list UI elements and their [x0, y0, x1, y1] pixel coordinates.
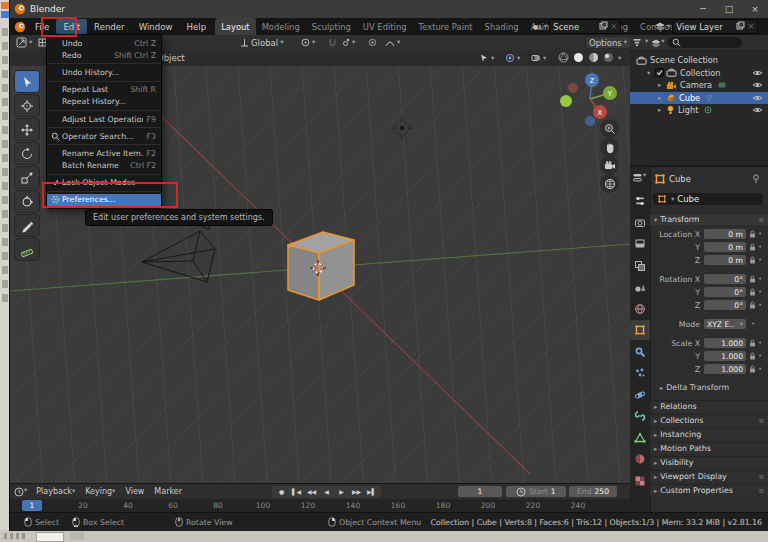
copy-scene-icon[interactable] [599, 21, 608, 32]
properties-tab-world[interactable] [630, 299, 650, 319]
animate-dot-icon[interactable]: • [758, 301, 762, 309]
viewport-camera-view-button[interactable] [600, 156, 619, 175]
panel-drag-handle[interactable]: ≡ [758, 473, 764, 481]
workspace-tab-modeling[interactable]: Modeling [256, 18, 306, 35]
transform-value-field[interactable]: 0° [704, 274, 746, 284]
panel-drag-handle[interactable]: ≡ [758, 216, 764, 224]
close-button[interactable]: × [742, 0, 768, 18]
editor-type-selector[interactable]: ▾ [13, 36, 35, 49]
animate-dot-icon[interactable]: • [758, 365, 762, 373]
record-button[interactable]: ● [274, 488, 289, 495]
transform-value-field[interactable]: XYZ E..▾ [704, 319, 746, 329]
workspace-tab-layout[interactable]: Layout [215, 18, 255, 35]
show-gizmo-dropdown[interactable]: ▾ [476, 52, 497, 65]
transform-value-field[interactable]: 0 m [704, 229, 746, 239]
tool-rotate[interactable] [14, 142, 40, 165]
lock-icon[interactable] [749, 243, 756, 251]
transform-value-field[interactable]: 1.000 [704, 338, 746, 348]
properties-editor-icon[interactable]: ▾ [632, 172, 646, 183]
timeline-editor-icon[interactable]: ▾ [14, 487, 27, 497]
shading-wireframe-icon[interactable] [558, 52, 569, 65]
lock-icon[interactable] [749, 288, 756, 296]
properties-tab-physics[interactable] [630, 385, 650, 405]
expander-icon[interactable]: ▾ [647, 69, 655, 77]
panel-visibility[interactable]: ▸Visibility [650, 456, 768, 468]
menu-help[interactable]: Help [180, 19, 214, 34]
scene-selector[interactable]: ▾Scene× [532, 19, 621, 34]
frame-end-field[interactable]: End250 [569, 486, 617, 497]
timeline-menu-view[interactable]: View [120, 484, 149, 499]
timeline-menu-marker[interactable]: Marker [149, 484, 187, 499]
outliner-row-light[interactable]: ▸Light [630, 104, 768, 116]
animate-dot-icon[interactable]: • [758, 275, 762, 283]
timeline-menu-keying[interactable]: Keying▾ [80, 484, 120, 499]
maximize-button[interactable]: □ [716, 0, 742, 18]
blender-menu-icon[interactable] [14, 21, 26, 33]
expander-icon[interactable]: ▸ [658, 106, 666, 114]
cube-object[interactable] [288, 232, 354, 300]
properties-tab-view-layer[interactable] [630, 256, 650, 276]
animate-dot-icon[interactable]: • [758, 352, 762, 360]
unlink-scene-icon[interactable]: × [610, 21, 617, 32]
properties-tab-texture[interactable] [630, 471, 650, 491]
animate-dot-icon[interactable]: • [758, 256, 762, 264]
current-frame-indicator[interactable]: 1 [22, 500, 42, 511]
visibility-eye-icon[interactable] [752, 94, 763, 102]
viewport-zoom-button[interactable] [600, 119, 619, 138]
edit-menu-item-undo[interactable]: UndoCtrl Z [47, 37, 161, 49]
shading-solid-icon[interactable] [573, 52, 584, 65]
workspace-tab-shading[interactable]: Shading [479, 18, 525, 35]
tool-transform[interactable] [14, 190, 40, 213]
panel-relations[interactable]: ▸Relations [650, 400, 768, 412]
outliner-row-scene-collection[interactable]: Scene Collection [630, 54, 768, 66]
tool-select-box[interactable] [14, 70, 40, 93]
play-reverse-button[interactable]: ◀ [319, 488, 334, 495]
properties-tab-object[interactable] [630, 320, 650, 340]
shading-rendered-icon[interactable] [603, 52, 614, 65]
panel-collections[interactable]: ▸Collections≡ [650, 414, 768, 426]
expander-icon[interactable]: ▸ [658, 94, 666, 102]
tool-annotate[interactable] [14, 214, 40, 237]
workspace-tab-texture-paint[interactable]: Texture Paint [413, 18, 479, 35]
workspace-tab-uv-editing[interactable]: UV Editing [357, 18, 413, 35]
menu-render[interactable]: Render [87, 19, 132, 34]
play-button[interactable]: ▶ [334, 488, 349, 495]
properties-tab-constraints[interactable] [630, 406, 650, 426]
menu-file[interactable]: File [28, 19, 56, 34]
animate-dot-icon[interactable]: • [758, 243, 762, 251]
camera-object[interactable] [142, 221, 215, 282]
minimize-button[interactable]: ─ [690, 0, 716, 18]
view-layer-selector[interactable]: ▾View Layer× [655, 19, 758, 34]
panel-drag-handle[interactable]: ≡ [758, 417, 764, 425]
animate-dot-icon[interactable]: • [758, 230, 762, 238]
panel-drag-handle[interactable]: ≡ [758, 487, 764, 495]
xray-toggle[interactable]: ▾ [528, 52, 549, 65]
tool-measure[interactable] [14, 238, 40, 261]
timeline-ruler[interactable]: 120406080100120140160180200220240 [10, 499, 630, 513]
outliner-row-cube[interactable]: ▸Cube▽ [630, 92, 768, 104]
properties-tab-scene[interactable] [630, 277, 650, 297]
visibility-eye-icon[interactable] [752, 81, 763, 89]
transform-value-field[interactable]: 1.000 [704, 364, 746, 374]
pin-icon[interactable] [752, 174, 760, 184]
animate-dot-icon[interactable]: • [758, 339, 762, 347]
transform-value-field[interactable]: 0° [704, 300, 746, 310]
properties-tab-particles[interactable] [630, 363, 650, 383]
edit-menu-item-rename-active-item[interactable]: Rename Active Item...F2 [47, 147, 161, 159]
prev-keyframe-button[interactable]: ◀◀ [304, 488, 319, 495]
edit-menu-item-batch-rename[interactable]: Batch RenameCtrl F2 [47, 160, 161, 172]
outliner-display-mode-icon[interactable]: ▾ [651, 38, 664, 48]
copy-view-layer-icon[interactable] [736, 21, 745, 32]
jump-start-button[interactable]: ▌◀ [289, 488, 304, 495]
properties-tab-modifiers[interactable] [630, 342, 650, 362]
outliner-search-input[interactable] [668, 37, 742, 48]
visibility-eye-icon[interactable] [752, 69, 763, 77]
snap-target-dropdown[interactable]: ▾ [338, 36, 358, 49]
animate-dot-icon[interactable]: • [758, 288, 762, 296]
menu-edit[interactable]: Edit [56, 19, 87, 34]
lock-icon[interactable] [749, 365, 756, 373]
edit-menu-item-repeat-last[interactable]: Repeat LastShift R [47, 84, 161, 96]
expander-icon[interactable]: ▸ [658, 81, 666, 89]
menu-window[interactable]: Window [132, 19, 180, 34]
properties-tab-render[interactable] [630, 213, 650, 233]
